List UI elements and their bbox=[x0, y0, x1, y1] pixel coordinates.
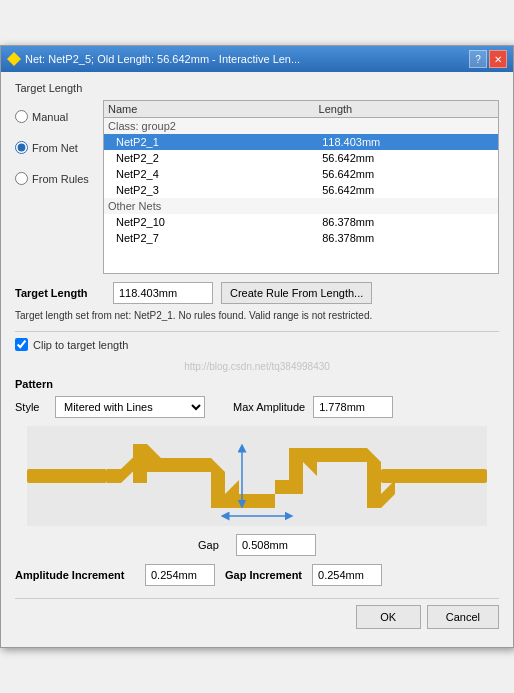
cell-name: NetP2_7 bbox=[108, 232, 322, 244]
cell-length: 118.403mm bbox=[322, 136, 494, 148]
group-row-other: Other Nets bbox=[104, 198, 498, 214]
cell-length: 56.642mm bbox=[322, 168, 494, 180]
pattern-label: Pattern bbox=[15, 378, 499, 390]
target-length-input-row: Target Length Create Rule From Length... bbox=[15, 282, 499, 304]
radio-from-rules-input[interactable] bbox=[15, 172, 28, 185]
cell-name: NetP2_10 bbox=[108, 216, 322, 228]
cell-length: 56.642mm bbox=[322, 152, 494, 164]
svg-rect-5 bbox=[147, 458, 197, 472]
clip-checkbox[interactable] bbox=[15, 338, 28, 351]
create-rule-button[interactable]: Create Rule From Length... bbox=[221, 282, 372, 304]
max-amplitude-label: Max Amplitude bbox=[233, 401, 305, 413]
radio-from-rules-label: From Rules bbox=[32, 173, 89, 185]
pattern-svg bbox=[27, 426, 487, 526]
amplitude-increment-input[interactable] bbox=[145, 564, 215, 586]
title-bar-buttons: ? ✕ bbox=[469, 50, 507, 68]
table-header: Name Length bbox=[104, 101, 498, 118]
table-row[interactable]: NetP2_10 86.378mm bbox=[104, 214, 498, 230]
cell-length: 56.642mm bbox=[322, 184, 494, 196]
header-name: Name bbox=[108, 103, 319, 115]
table-row[interactable]: NetP2_2 56.642mm bbox=[104, 150, 498, 166]
cell-name: NetP2_4 bbox=[108, 168, 322, 180]
svg-rect-13 bbox=[303, 448, 353, 462]
radio-from-rules[interactable]: From Rules bbox=[15, 172, 95, 185]
title-bar: Net: NetP2_5; Old Length: 56.642mm - Int… bbox=[1, 46, 513, 72]
title-bar-left: Net: NetP2_5; Old Length: 56.642mm - Int… bbox=[7, 52, 300, 66]
cell-name: NetP2_3 bbox=[108, 184, 322, 196]
style-label: Style bbox=[15, 401, 47, 413]
radio-from-net[interactable]: From Net bbox=[15, 141, 95, 154]
gap-inc-label: Gap Increment bbox=[225, 569, 302, 581]
cell-length: 86.378mm bbox=[322, 232, 494, 244]
target-length-label: Target Length bbox=[15, 82, 499, 94]
target-length-section: Target Length Manual From Net From Rules bbox=[15, 82, 499, 274]
increment-row: Amplitude Increment Gap Increment bbox=[15, 564, 499, 586]
radio-from-net-input[interactable] bbox=[15, 141, 28, 154]
clip-label: Clip to target length bbox=[33, 339, 128, 351]
pattern-preview bbox=[15, 426, 499, 526]
app-icon bbox=[7, 52, 21, 66]
button-row: OK Cancel bbox=[15, 605, 499, 637]
gap-row: Gap bbox=[15, 534, 499, 556]
cell-name: NetP2_2 bbox=[108, 152, 322, 164]
svg-rect-1 bbox=[27, 469, 107, 483]
radio-group: Manual From Net From Rules bbox=[15, 100, 95, 185]
radio-manual-input[interactable] bbox=[15, 110, 28, 123]
main-window: Net: NetP2_5; Old Length: 56.642mm - Int… bbox=[0, 45, 514, 648]
status-text: Target length set from net: NetP2_1. No … bbox=[15, 309, 499, 323]
table-row[interactable]: NetP2_7 86.378mm bbox=[104, 230, 498, 246]
radio-manual-label: Manual bbox=[32, 111, 68, 123]
clip-checkbox-row: Clip to target length bbox=[15, 338, 499, 351]
table-row[interactable]: NetP2_4 56.642mm bbox=[104, 166, 498, 182]
divider bbox=[15, 331, 499, 332]
title-text: Net: NetP2_5; Old Length: 56.642mm - Int… bbox=[25, 53, 300, 65]
table-row[interactable]: NetP2_1 118.403mm bbox=[104, 134, 498, 150]
radio-table-row: Manual From Net From Rules Name L bbox=[15, 100, 499, 274]
table-body[interactable]: Class: group2 NetP2_1 118.403mm NetP2_2 … bbox=[104, 118, 498, 273]
radio-manual[interactable]: Manual bbox=[15, 110, 95, 123]
help-button[interactable]: ? bbox=[469, 50, 487, 68]
max-amplitude-input[interactable] bbox=[313, 396, 393, 418]
tl-label: Target Length bbox=[15, 287, 105, 299]
table-row[interactable]: NetP2_3 56.642mm bbox=[104, 182, 498, 198]
ok-button[interactable]: OK bbox=[356, 605, 421, 629]
header-length: Length bbox=[319, 103, 494, 115]
style-select[interactable]: Mitered with Lines Rounded with Lines Ro… bbox=[55, 396, 205, 418]
content-area: Target Length Manual From Net From Rules bbox=[1, 72, 513, 647]
svg-rect-17 bbox=[381, 469, 487, 483]
watermark: http://blog.csdn.net/tq384998430 bbox=[15, 361, 499, 372]
gap-increment-input[interactable] bbox=[312, 564, 382, 586]
amp-inc-label: Amplitude Increment bbox=[15, 569, 135, 581]
cell-name: NetP2_1 bbox=[108, 136, 322, 148]
bottom-divider bbox=[15, 598, 499, 599]
style-row: Style Mitered with Lines Rounded with Li… bbox=[15, 396, 499, 418]
target-length-input[interactable] bbox=[113, 282, 213, 304]
close-button[interactable]: ✕ bbox=[489, 50, 507, 68]
gap-input[interactable] bbox=[236, 534, 316, 556]
svg-rect-9 bbox=[225, 494, 275, 508]
group-row-class: Class: group2 bbox=[104, 118, 498, 134]
gap-label: Gap bbox=[198, 539, 228, 551]
pattern-section: Pattern Style Mitered with Lines Rounded… bbox=[15, 378, 499, 586]
net-table: Name Length Class: group2 NetP2_1 118.40… bbox=[103, 100, 499, 274]
cancel-button[interactable]: Cancel bbox=[427, 605, 499, 629]
cell-length: 86.378mm bbox=[322, 216, 494, 228]
radio-from-net-label: From Net bbox=[32, 142, 78, 154]
